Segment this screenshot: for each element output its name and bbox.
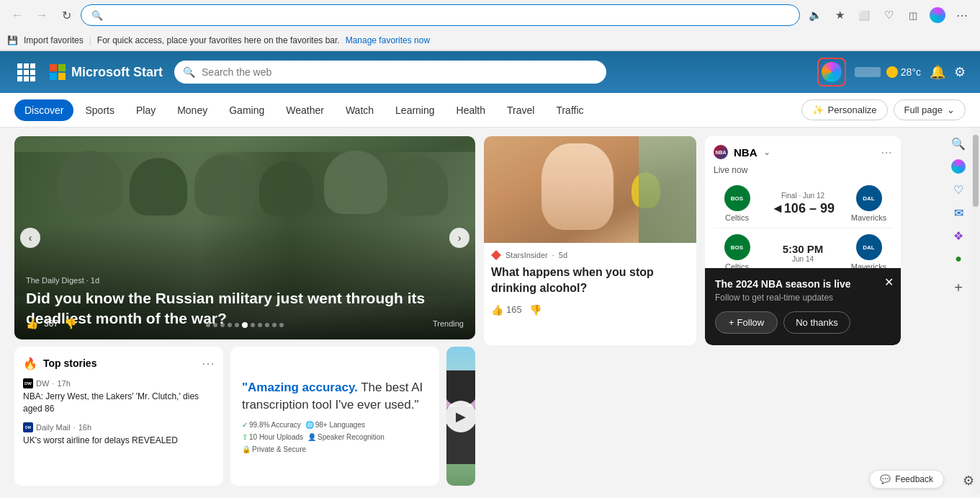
celtics-logo-2: BOS [724, 234, 750, 260]
full-page-button[interactable]: Full page ⌄ [894, 99, 966, 120]
favorites-divider: | [89, 35, 91, 45]
game1-row[interactable]: BOS Celtics Final · Jun 12 ◄106 – 99 DAL… [714, 179, 892, 228]
nba-dropdown-button[interactable]: ⌄ [763, 147, 770, 157]
tab-weather[interactable]: Weather [276, 99, 334, 121]
header-search-input[interactable] [174, 61, 606, 84]
ad-feature-uploads: ⇧ 10 Hour Uploads [242, 433, 303, 441]
sidebar-copilot-button[interactable] [948, 156, 968, 177]
article-dislike-button[interactable]: 👎 [529, 304, 541, 316]
nba-popup-subtitle: Follow to get real-time updates [715, 293, 891, 303]
collections-button[interactable]: ◫ [902, 4, 924, 26]
sidebar-add-button[interactable]: + [948, 277, 968, 298]
feedback-label: Feedback [895, 474, 933, 484]
apps-grid-button[interactable] [14, 61, 38, 84]
favorites-button[interactable]: ♡ [878, 4, 899, 26]
main-content: ‹ › The Daily Digest · 1d Did you know t… [0, 128, 980, 494]
nav-tabs: Discover Sports Play Money Gaming Weathe… [0, 93, 980, 128]
mavs-block-1: DAL Mavericks [845, 185, 892, 222]
browser-toolbar: ← → ↻ 🔍 🔈 ★ ⬜ ♡ ◫ ⋯ [0, 0, 980, 30]
article-like-button[interactable]: 👍 165 [491, 304, 522, 316]
header-settings-button[interactable]: ⚙ [954, 64, 966, 80]
tab-watch[interactable]: Watch [336, 99, 384, 121]
article-like-count: 165 [506, 304, 522, 315]
story-item-1[interactable]: DW DW · 17h NBA: Jerry West, the Lakers'… [23, 378, 215, 415]
hero-like-button[interactable]: 👍 [26, 318, 38, 329]
nba-header-row: NBA NBA ⌄ ⋯ [714, 145, 892, 159]
celtics-block-1: BOS Celtics [714, 185, 760, 222]
tab-money[interactable]: Money [167, 99, 217, 121]
tab-health[interactable]: Health [446, 99, 495, 121]
tab-gaming[interactable]: Gaming [219, 99, 274, 121]
tab-travel[interactable]: Travel [497, 99, 544, 121]
story2-text: UK's worst airline for delays REVEALED [23, 435, 215, 447]
bottom-row: 🔥 Top stories ⋯ DW DW · 17h NBA: Jerry W… [14, 347, 475, 486]
tab-sports[interactable]: Sports [75, 99, 124, 121]
personalize-icon: ✨ [812, 105, 824, 115]
notifications-button[interactable]: 🔔 [930, 64, 945, 80]
feedback-button[interactable]: 💬 Feedback [869, 470, 944, 489]
ms-logo[interactable]: Microsoft Start [50, 64, 163, 80]
user-avatar [855, 67, 881, 77]
hero-dislike-button[interactable]: 👎 [64, 318, 76, 329]
back-button[interactable]: ← [7, 5, 27, 25]
stories-more-button[interactable]: ⋯ [202, 355, 215, 371]
video-card[interactable]: ▶ [446, 347, 475, 486]
hero-next-button[interactable]: › [449, 228, 469, 248]
play-button[interactable]: ▶ [446, 401, 475, 432]
sidebar-collections-button[interactable]: ❖ [948, 226, 968, 246]
tab-traffic[interactable]: Traffic [546, 99, 593, 121]
more-button[interactable]: ⋯ [951, 4, 973, 26]
top-stories-card: 🔥 Top stories ⋯ DW DW · 17h NBA: Jerry W… [14, 347, 223, 486]
nba-popup-close-button[interactable]: ✕ [884, 275, 894, 289]
page-settings-button[interactable]: ⚙ [963, 473, 974, 489]
address-input[interactable] [109, 10, 789, 21]
no-thanks-button[interactable]: No thanks [783, 311, 850, 334]
sidebar-outlook-button[interactable]: ✉ [948, 203, 968, 223]
tab-discover[interactable]: Discover [14, 99, 73, 121]
import-favorites-label: Import favorites [24, 35, 84, 45]
hero-prev-button[interactable]: ‹ [20, 228, 40, 248]
follow-button[interactable]: + Follow [715, 311, 778, 334]
copilot-button[interactable] [817, 58, 846, 86]
tab-play[interactable]: Play [126, 99, 166, 121]
personalize-button[interactable]: ✨ Personalize [801, 99, 888, 120]
header-search[interactable]: 🔍 [174, 61, 606, 84]
split-view-button[interactable]: ⬜ [853, 4, 875, 26]
hero-card[interactable]: ‹ › The Daily Digest · 1d Did you know t… [14, 136, 475, 339]
full-page-label: Full page [904, 105, 943, 115]
article-source-row: StarsInsider · 5d [491, 250, 689, 260]
article-card[interactable]: StarsInsider · 5d What happens when you … [484, 136, 696, 345]
hero-overlay: The Daily Digest · 1d Did you know the R… [14, 264, 475, 339]
site-name: Microsoft Start [71, 65, 163, 80]
story2-source: Daily Mail [36, 423, 71, 432]
scrollbar-thumb[interactable] [973, 135, 979, 207]
feedback-icon: 💬 [880, 474, 891, 484]
copilot-browser-button[interactable] [927, 4, 948, 26]
forward-button[interactable]: → [32, 5, 52, 25]
sidebar-search-button[interactable]: 🔍 [948, 133, 968, 154]
live-badge: Live now [714, 165, 892, 175]
browser-chrome: ← → ↻ 🔍 🔈 ★ ⬜ ♡ ◫ ⋯ 💾 Import favorites |… [0, 0, 980, 51]
refresh-button[interactable]: ↻ [56, 5, 76, 25]
story1-time-val: 17h [57, 379, 70, 388]
story-item-2[interactable]: DM Daily Mail · 16h UK's worst airline f… [23, 422, 215, 447]
scrollbar[interactable] [971, 128, 980, 494]
ad-feature-private: 🔒 Private & Secure [242, 445, 306, 453]
tab-learning[interactable]: Learning [385, 99, 445, 121]
manage-favorites-link[interactable]: Manage favorites now [346, 35, 430, 45]
user-area: 28°c [855, 66, 921, 78]
import-favorites-icon: 💾 [7, 35, 18, 45]
sidebar-green-button[interactable]: ● [948, 249, 968, 269]
read-aloud-button[interactable]: 🔈 [804, 4, 826, 26]
page-content: Microsoft Start 🔍 28°c 🔔 ⚙ Discover Spor… [0, 51, 980, 494]
left-column: ‹ › The Daily Digest · 1d Did you know t… [14, 136, 475, 486]
story2-time: · [73, 423, 76, 432]
dw-logo: DW [23, 378, 33, 388]
address-bar[interactable]: 🔍 [81, 4, 800, 26]
nba-more-button[interactable]: ⋯ [881, 146, 892, 159]
hero-actions: 👍 307 👎 [26, 318, 76, 329]
ad-card[interactable]: "Amazing accuracy. The best AI transcrip… [230, 347, 439, 486]
sidebar-favorites-button[interactable]: ♡ [948, 179, 968, 200]
ad-feature-accuracy: ✓ 99.8% Accuracy [242, 421, 301, 429]
bookmark-button[interactable]: ★ [829, 4, 850, 26]
